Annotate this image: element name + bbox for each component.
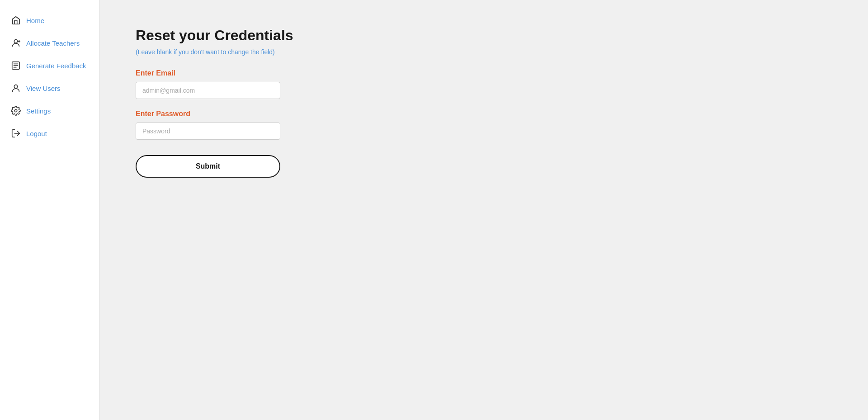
sidebar-item-allocate-teachers[interactable]: Allocate Teachers bbox=[0, 32, 99, 54]
users-icon bbox=[11, 83, 21, 93]
email-input[interactable] bbox=[136, 82, 280, 99]
sidebar: Home Allocate Teachers Generate Feedback bbox=[0, 0, 99, 420]
logout-icon bbox=[11, 128, 21, 138]
page-title: Reset your Credentials bbox=[136, 27, 832, 44]
email-group: Enter Email bbox=[136, 69, 832, 99]
sidebar-item-allocate-teachers-label: Allocate Teachers bbox=[26, 39, 80, 47]
sidebar-item-generate-feedback-label: Generate Feedback bbox=[26, 62, 86, 70]
sidebar-item-view-users-label: View Users bbox=[26, 85, 61, 92]
settings-icon bbox=[11, 106, 21, 116]
svg-point-8 bbox=[14, 109, 17, 112]
sidebar-item-settings[interactable]: Settings bbox=[0, 99, 99, 122]
sidebar-item-home[interactable]: Home bbox=[0, 9, 99, 32]
feedback-icon bbox=[11, 61, 21, 71]
sidebar-item-settings-label: Settings bbox=[26, 107, 51, 115]
password-label: Enter Password bbox=[136, 110, 832, 118]
sidebar-item-generate-feedback[interactable]: Generate Feedback bbox=[0, 54, 99, 77]
subtitle-suffix: ) bbox=[273, 48, 275, 56]
password-group: Enter Password bbox=[136, 110, 832, 140]
subtitle-prefix: (Leave blank if you don't want to change… bbox=[136, 48, 261, 56]
allocate-icon bbox=[11, 38, 21, 48]
svg-point-0 bbox=[14, 40, 17, 43]
submit-button[interactable]: Submit bbox=[136, 155, 280, 178]
sidebar-item-logout-label: Logout bbox=[26, 130, 47, 137]
subtitle-highlight: field bbox=[261, 48, 273, 56]
sidebar-item-home-label: Home bbox=[26, 17, 44, 24]
subtitle: (Leave blank if you don't want to change… bbox=[136, 48, 832, 56]
email-label: Enter Email bbox=[136, 69, 832, 77]
main-content: Reset your Credentials (Leave blank if y… bbox=[99, 0, 868, 420]
sidebar-item-view-users[interactable]: View Users bbox=[0, 77, 99, 99]
home-icon bbox=[11, 15, 21, 25]
svg-point-7 bbox=[14, 85, 17, 88]
sidebar-item-logout[interactable]: Logout bbox=[0, 122, 99, 145]
password-input[interactable] bbox=[136, 123, 280, 140]
